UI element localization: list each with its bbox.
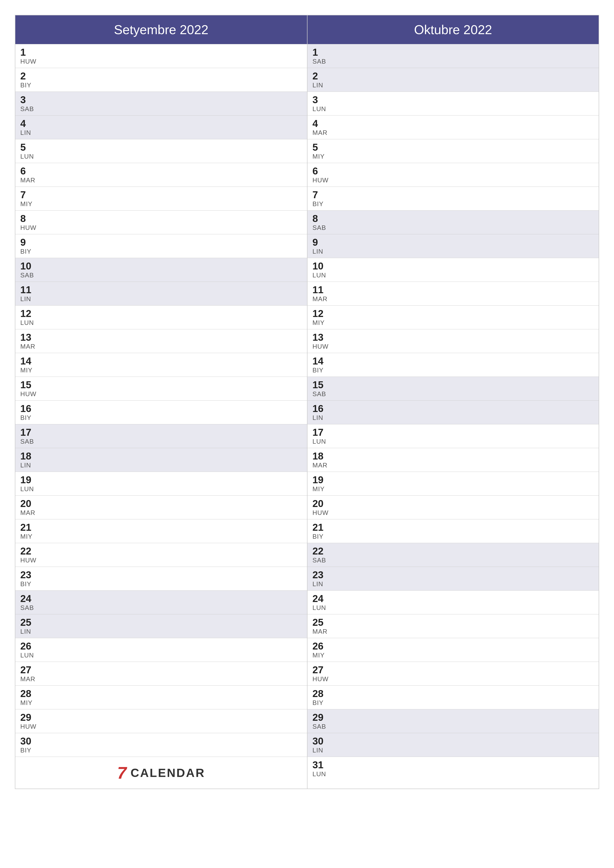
oct-day-16: 16LIN xyxy=(307,401,598,424)
day-row: 4LIN4MAR xyxy=(16,115,598,139)
oct-day-4: 4MAR xyxy=(307,116,598,139)
day-row: 26LUN26MIY xyxy=(16,638,598,662)
sept-day-18: 18LIN xyxy=(16,448,307,471)
sept-day-14: 14MIY xyxy=(16,353,307,377)
day-row: 27MAR27HUW xyxy=(16,662,598,685)
day-row: 30BIY30LIN xyxy=(16,733,598,756)
day-row: 14MIY14BIY xyxy=(16,353,598,377)
day-row: 13MAR13HUW xyxy=(16,329,598,353)
oct-day-8: 8SAB xyxy=(307,211,598,234)
calendar-container: Setyembre 2022 Oktubre 2022 1HUW1SAB2BIY… xyxy=(15,15,599,789)
day-row: 23BIY23LIN xyxy=(16,567,598,591)
day-row: 22HUW22SAB xyxy=(16,543,598,567)
day-row: 8HUW8SAB xyxy=(16,210,598,234)
oct-day-15: 15SAB xyxy=(307,377,598,400)
day-row: 15HUW15SAB xyxy=(16,377,598,400)
day-row: 29HUW29SAB xyxy=(16,709,598,733)
day-row: 9BIY9LIN xyxy=(16,234,598,258)
oct-day-19: 19MIY xyxy=(307,472,598,495)
sept-day-20: 20MAR xyxy=(16,496,307,519)
day-row: 11LIN11MAR xyxy=(16,282,598,305)
days-container: 1HUW1SAB2BIY2LIN3SAB3LUN4LIN4MAR5LUN5MIY… xyxy=(16,44,598,756)
oct-day-13: 13HUW xyxy=(307,329,598,353)
oct-day-14: 14BIY xyxy=(307,353,598,377)
oct-day-1: 1SAB xyxy=(307,44,598,68)
day-row: 18LIN18MAR xyxy=(16,448,598,471)
sept-day-27: 27MAR xyxy=(16,662,307,685)
sept-day-11: 11LIN xyxy=(16,282,307,305)
oct-day-26: 26MIY xyxy=(307,638,598,662)
sept-day-2: 2BIY xyxy=(16,68,307,91)
sept-day-23: 23BIY xyxy=(16,567,307,591)
october-31-cell: 31LUN xyxy=(307,757,598,789)
oct-day-22: 22SAB xyxy=(307,543,598,567)
sept-day-19: 19LUN xyxy=(16,472,307,495)
day-row: 5LUN5MIY xyxy=(16,139,598,163)
sept-day-25: 25LIN xyxy=(16,614,307,638)
sept-day-4: 4LIN xyxy=(16,116,307,139)
sept-day-29: 29HUW xyxy=(16,709,307,733)
sept-day-26: 26LUN xyxy=(16,638,307,662)
oct-day-2: 2LIN xyxy=(307,68,598,91)
september-title: Setyembre 2022 xyxy=(114,23,208,37)
oct-day-27: 27HUW xyxy=(307,662,598,685)
oct-day-20: 20HUW xyxy=(307,496,598,519)
sept-day-15: 15HUW xyxy=(16,377,307,400)
logo-area: 7 CALENDAR xyxy=(16,757,307,789)
sept-day-21: 21MIY xyxy=(16,519,307,543)
day-row: 28MIY28BIY xyxy=(16,685,598,709)
logo-number-icon: 7 xyxy=(117,764,126,781)
oct-day-12: 12MIY xyxy=(307,305,598,329)
day-row: 1HUW1SAB xyxy=(16,44,598,68)
sept-day-16: 16BIY xyxy=(16,401,307,424)
oct-day-23: 23LIN xyxy=(307,567,598,591)
oct-day-24: 24LUN xyxy=(307,591,598,614)
sept-day-3: 3SAB xyxy=(16,92,307,115)
calendar-grid: Setyembre 2022 Oktubre 2022 xyxy=(16,16,598,44)
day-row: 10SAB10LUN xyxy=(16,258,598,282)
day-row: 25LIN25MAR xyxy=(16,614,598,638)
sept-day-13: 13MAR xyxy=(16,329,307,353)
logo-text: CALENDAR xyxy=(131,766,205,780)
sept-day-5: 5LUN xyxy=(16,139,307,163)
day-row: 20MAR20HUW xyxy=(16,495,598,519)
sept-day-7: 7MIY xyxy=(16,187,307,210)
sept-day-10: 10SAB xyxy=(16,258,307,282)
oct-day-9: 9LIN xyxy=(307,234,598,258)
sept-day-30: 30BIY xyxy=(16,733,307,756)
october-header: Oktubre 2022 xyxy=(307,16,598,44)
oct-day-25: 25MAR xyxy=(307,614,598,638)
day-row: 12LUN12MIY xyxy=(16,305,598,329)
sept-day-22: 22HUW xyxy=(16,543,307,567)
day-row: 16BIY16LIN xyxy=(16,400,598,424)
oct-day-28: 28BIY xyxy=(307,686,598,709)
sept-day-12: 12LUN xyxy=(16,305,307,329)
oct-day-21: 21BIY xyxy=(307,519,598,543)
day-row: 7MIY7BIY xyxy=(16,186,598,210)
oct-day-10: 10LUN xyxy=(307,258,598,282)
calendar-logo: 7 CALENDAR xyxy=(117,764,205,781)
day-row: 2BIY2LIN xyxy=(16,68,598,91)
sept-day-24: 24SAB xyxy=(16,591,307,614)
oct-day-5: 5MIY xyxy=(307,139,598,163)
oct-day-3: 3LUN xyxy=(307,92,598,115)
sept-day-6: 6MAR xyxy=(16,163,307,186)
sept-day-17: 17SAB xyxy=(16,424,307,448)
day-row: 21MIY21BIY xyxy=(16,519,598,543)
october-title: Oktubre 2022 xyxy=(414,23,492,37)
oct-day-7: 7BIY xyxy=(307,187,598,210)
september-header: Setyembre 2022 xyxy=(16,16,307,44)
sept-day-1: 1HUW xyxy=(16,44,307,68)
oct-day-29: 29SAB xyxy=(307,709,598,733)
oct-day-11: 11MAR xyxy=(307,282,598,305)
day-row: 19LUN19MIY xyxy=(16,471,598,495)
day-row: 24SAB24LUN xyxy=(16,591,598,614)
sept-day-28: 28MIY xyxy=(16,686,307,709)
oct-day-30: 30LIN xyxy=(307,733,598,756)
sept-day-9: 9BIY xyxy=(16,234,307,258)
sept-day-8: 8HUW xyxy=(16,211,307,234)
oct-day-17: 17LUN xyxy=(307,424,598,448)
day-row: 6MAR6HUW xyxy=(16,163,598,186)
oct-day-6: 6HUW xyxy=(307,163,598,186)
day-row: 17SAB17LUN xyxy=(16,424,598,448)
